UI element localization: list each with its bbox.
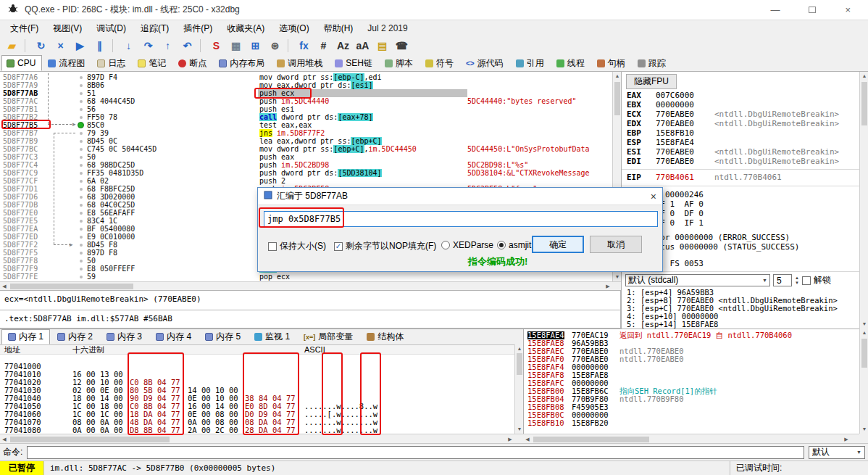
register-row[interactable]: ESI 770EABE0 <ntdll.DbgUiRemoteBreakin>	[622, 147, 859, 157]
ok-button[interactable]: 确定	[532, 236, 584, 253]
disasm-row[interactable]: 5D8F77C4 68 98BDC25D push im.5DC2BD98 5D…	[0, 161, 612, 169]
xedparse-option[interactable]: XEDParse	[441, 240, 493, 250]
maximize-button[interactable]	[809, 4, 816, 15]
scrollbar-thumb[interactable]	[10, 437, 170, 442]
run-icon[interactable]: ▶	[71, 38, 89, 54]
register-row[interactable]: EBX 00000000	[622, 100, 859, 110]
scroll-down-icon[interactable]: ▼	[860, 426, 868, 433]
keep-size-option[interactable]: 保持大小(S)	[268, 240, 326, 252]
view-tab[interactable]: 引用	[511, 55, 551, 71]
unlock-checkbox[interactable]	[802, 276, 811, 285]
disasm-row[interactable]: 5D8F77B9 8D45 0C lea eax,dword ptr ss:[e…	[0, 137, 612, 145]
register-row[interactable]: EAX 007C6000	[622, 91, 859, 100]
bottom-tab[interactable]: 结构体	[360, 329, 410, 344]
view-tab[interactable]: 断点	[173, 55, 213, 71]
view-tab[interactable]: 调用堆栈	[272, 55, 329, 71]
breakpoint-dot[interactable]	[78, 122, 84, 128]
step-into-icon[interactable]: ↓	[120, 38, 138, 54]
menu-item[interactable]: 插件(P)	[176, 22, 220, 35]
hash-icon[interactable]: #	[314, 38, 333, 54]
bottom-tab[interactable]: 监视 1	[248, 329, 296, 344]
menu-item[interactable]: 追踪(T)	[133, 22, 176, 35]
breakpoint-dot[interactable]	[80, 252, 83, 255]
scroll-up-icon[interactable]: ▲	[860, 329, 868, 336]
cancel-button[interactable]: 取消	[590, 236, 642, 253]
view-tab[interactable]: 句柄	[592, 55, 632, 71]
menu-item[interactable]: 调试(D)	[89, 22, 133, 35]
open-file-icon[interactable]: ▰	[3, 38, 21, 54]
view-tab[interactable]: 跟踪	[633, 55, 672, 71]
disasm-row[interactable]: 5D8F77CF 6A 02 push 2	[0, 177, 612, 185]
scroll-left-icon[interactable]: ◀	[0, 283, 9, 290]
breakpoint-dot[interactable]	[80, 276, 83, 278]
menu-item[interactable]: 帮助(H)	[317, 22, 361, 35]
view-tab[interactable]: 线程	[551, 55, 591, 71]
settings-gear-icon[interactable]: ⊛	[266, 38, 284, 54]
menu-item[interactable]: 收藏夹(A)	[220, 22, 272, 35]
keep-size-checkbox[interactable]	[268, 242, 277, 251]
spinner-arrows-icon[interactable]: ▲▼	[795, 276, 799, 286]
memory-map-icon[interactable]: ▦	[227, 38, 245, 54]
register-row[interactable]: EDX 770EABE0 <ntdll.DbgUiRemoteBreakin>	[622, 119, 859, 128]
asmjit-radio[interactable]	[497, 241, 506, 249]
breakpoint-dot[interactable]	[80, 164, 83, 167]
nop-fill-checkbox[interactable]: ✓	[334, 242, 343, 251]
breakpoint-dot[interactable]	[80, 92, 83, 95]
az-icon[interactable]: Az	[334, 38, 352, 54]
view-tab[interactable]: 流程图	[43, 55, 91, 71]
minimize-button[interactable]: —	[770, 4, 780, 15]
disasm-row[interactable]: 5D8F77C9 FF35 0481D35D push dword ptr ds…	[0, 169, 612, 177]
arg-count-spinner[interactable]: 5	[773, 274, 792, 286]
breakpoint-dot[interactable]	[80, 100, 83, 103]
run-to-return-icon[interactable]: ↑	[159, 38, 177, 54]
scrollbar-thumb[interactable]	[10, 284, 133, 289]
scroll-left-icon[interactable]: ◀	[523, 436, 532, 443]
bottom-tab[interactable]: 内存 4	[149, 329, 198, 344]
breakpoint-dot[interactable]	[80, 116, 83, 119]
bottom-tab[interactable]: 内存 1	[1, 329, 50, 344]
breakpoint-dot[interactable]	[80, 228, 83, 231]
view-tab[interactable]: <> 源代码	[461, 55, 510, 71]
scrollbar-thumb[interactable]	[861, 339, 867, 368]
breakpoint-dot[interactable]	[80, 108, 83, 111]
notes-icon[interactable]: ▤	[373, 38, 391, 54]
view-tab[interactable]: 日志	[92, 55, 132, 71]
disasm-row[interactable]: 5D8F77BC C745 0C 5044C45D mov dword ptr …	[0, 145, 612, 153]
stop-icon[interactable]: ×	[51, 38, 70, 54]
calling-convention-select[interactable]: 默认 (stdcall) ▼	[625, 274, 770, 286]
breakpoint-dot[interactable]	[80, 212, 83, 215]
toolbar-separator[interactable]	[112, 39, 116, 52]
register-row[interactable]: EDI 770EABE0 <ntdll.DbgUiRemoteBreakin>	[622, 157, 859, 166]
disasm-row[interactable]: 5D8F77B2 FF50 78 call dword ptr ds:[eax+…	[0, 113, 612, 121]
restart-icon[interactable]: ↻	[32, 38, 50, 54]
view-tab[interactable]: 脚本	[380, 55, 420, 71]
command-input[interactable]	[27, 446, 804, 459]
breakpoint-dot[interactable]	[80, 260, 83, 263]
disasm-row[interactable]: 5D8F77B5 85C0 test eax,eax	[0, 121, 612, 129]
scrollbar-thumb[interactable]	[517, 353, 522, 375]
breakpoint-dot[interactable]	[80, 140, 83, 143]
nop-fill-option[interactable]: ✓ 剩余字节以NOP填充(F)	[334, 240, 436, 252]
disasm-horizontal-scrollbar[interactable]: ◀ ▶	[0, 281, 621, 290]
stack-vertical-scrollbar[interactable]: ▲ ▼	[859, 329, 868, 434]
command-profile-select[interactable]: 默认 ▼	[809, 446, 865, 459]
breakpoint-dot[interactable]	[80, 172, 83, 175]
breakpoint-dot[interactable]	[80, 132, 83, 135]
breakpoint-dot[interactable]	[80, 268, 83, 270]
toolbar-separator[interactable]	[25, 39, 28, 52]
step-back-icon[interactable]: ↶	[178, 38, 196, 54]
view-tab[interactable]: 符号	[420, 55, 460, 71]
eip-row[interactable]: EIP 770B4061 ntdll.770B4061	[622, 173, 859, 182]
scroll-left-icon[interactable]: ◀	[0, 436, 9, 443]
hide-fpu-button[interactable]: 隐藏FPU	[626, 74, 677, 89]
dump-vertical-scrollbar[interactable]: ▲ ▼	[514, 344, 523, 434]
disasm-row[interactable]: 5D8F77B7 79 39 jns im.5D8F77F2	[0, 129, 612, 137]
scroll-up-icon[interactable]: ▲	[860, 73, 868, 80]
register-row[interactable]: EBP 15E8FB10	[622, 128, 859, 138]
bottom-tab[interactable]: 内存 3	[100, 329, 149, 344]
case-icon[interactable]: aA	[354, 38, 372, 54]
scroll-right-icon[interactable]: ▶	[506, 436, 514, 443]
asmjit-option[interactable]: asmjit	[497, 240, 531, 250]
view-tab[interactable]: 内存布局	[214, 55, 271, 71]
disasm-row[interactable]: 5D8F77C3 50 push eax	[0, 153, 612, 161]
